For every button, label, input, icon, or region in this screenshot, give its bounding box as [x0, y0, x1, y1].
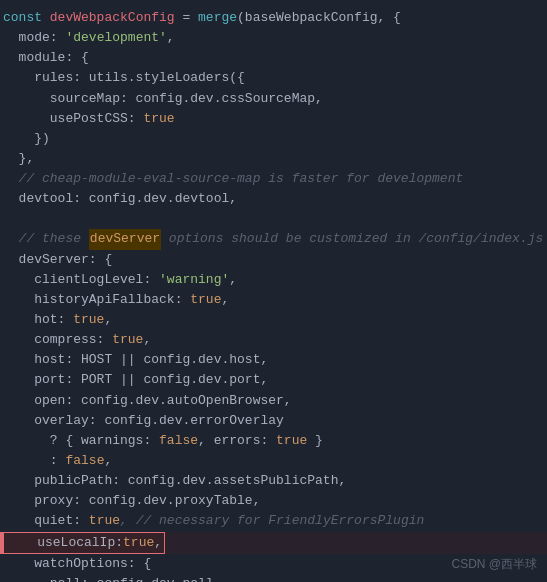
- code-editor: const devWebpackConfig = merge(baseWebpa…: [0, 0, 547, 582]
- code-line: const devWebpackConfig = merge(baseWebpa…: [0, 8, 547, 28]
- code-line: host: HOST || config.dev.host,: [0, 350, 547, 370]
- code-line: : false,: [0, 451, 547, 471]
- code-line: quiet: true, // necessary for FriendlyEr…: [0, 511, 547, 531]
- code-line: }): [0, 129, 547, 149]
- code-line: publicPath: config.dev.assetsPublicPath,: [0, 471, 547, 491]
- code-line: mode: 'development',: [0, 28, 547, 48]
- code-line: ? { warnings: false, errors: true }: [0, 431, 547, 451]
- code-line: open: config.dev.autoOpenBrowser,: [0, 391, 547, 411]
- code-line: proxy: config.dev.proxyTable,: [0, 491, 547, 511]
- code-line: rules: utils.styleLoaders({: [0, 68, 547, 88]
- code-line: // these devServer options should be cus…: [0, 229, 547, 249]
- code-line: usePostCSS: true: [0, 109, 547, 129]
- code-line: devServer: {: [0, 250, 547, 270]
- code-line: compress: true,: [0, 330, 547, 350]
- code-line: },: [0, 149, 547, 169]
- code-line: // cheap-module-eval-source-map is faste…: [0, 169, 547, 189]
- code-line: clientLogLevel: 'warning',: [0, 270, 547, 290]
- code-line: useLocalIp:true,: [0, 532, 547, 554]
- code-line: hot: true,: [0, 310, 547, 330]
- code-line: sourceMap: config.dev.cssSourceMap,: [0, 89, 547, 109]
- code-line: poll: config.dev.poll: [0, 574, 547, 582]
- code-line: module: {: [0, 48, 547, 68]
- code-line: [0, 209, 547, 229]
- code-line: overlay: config.dev.errorOverlay: [0, 411, 547, 431]
- watermark: CSDN @西半球: [451, 555, 537, 574]
- code-line: historyApiFallback: true,: [0, 290, 547, 310]
- code-line: port: PORT || config.dev.port,: [0, 370, 547, 390]
- code-line: devtool: config.dev.devtool,: [0, 189, 547, 209]
